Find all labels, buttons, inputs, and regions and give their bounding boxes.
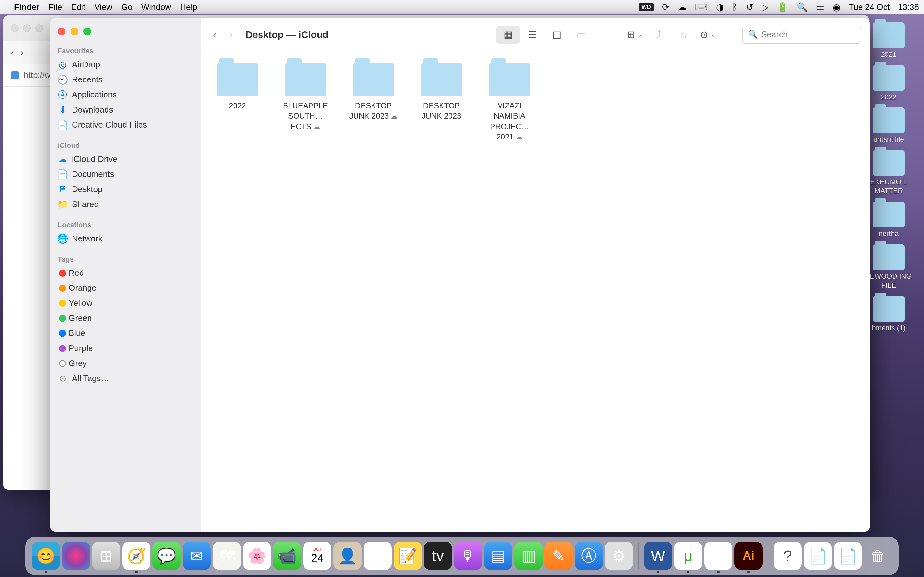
dock-tv-icon[interactable]: tv [424,542,452,570]
siri-icon[interactable]: ◉ [833,2,840,13]
folder-item[interactable]: BLUEAPPLE SOUTH…ECTS☁︎ [278,63,333,142]
dock-contacts-icon[interactable]: 👤 [333,542,362,570]
sidebar-tag-purple[interactable]: Purple [50,341,201,356]
battery-icon[interactable]: 🔋 [777,2,788,13]
search-input[interactable] [761,29,866,39]
group-by-button[interactable]: ⊞⌄ [626,26,644,44]
folder-item[interactable]: DESKTOP JUNK 2023 [414,63,469,142]
sidebar-item-airdrop[interactable]: ◎AirDrop [50,57,201,72]
list-view-button[interactable]: ☰ [520,26,545,44]
dock-calendar-icon[interactable]: OCT24 [303,542,331,570]
gallery-view-button[interactable]: ▭ [569,26,594,44]
sidebar-item-recents[interactable]: 🕘Recents [50,72,201,87]
forward-button[interactable]: › [226,27,236,42]
sidebar-item-downloads[interactable]: ⬇︎Downloads [50,102,201,117]
menubar-time[interactable]: 13:38 [898,2,919,12]
dock-podcasts-icon[interactable]: 🎙 [454,542,482,570]
menu-edit[interactable]: Edit [71,2,86,12]
cloud-download-icon: ☁︎ [313,122,320,132]
dock-appstore-icon[interactable]: Ⓐ [575,542,603,570]
menu-view[interactable]: View [94,2,112,12]
sidebar-tag-grey[interactable]: Grey [50,356,201,371]
dock-chrome-icon[interactable]: ◉ [704,542,732,570]
sidebar-item-shared[interactable]: 📁Shared [50,197,201,212]
dock-messages-icon[interactable]: 💬 [152,542,181,570]
sidebar-tag-blue[interactable]: Blue [50,326,201,341]
dock-reminders-icon[interactable]: ☑︎ [363,542,392,570]
dock-finder-icon[interactable]: 😊 [32,542,60,570]
folder-item[interactable]: DESKTOP JUNK 2023☁︎ [346,63,401,142]
dock-keynote-icon[interactable]: ▤ [484,542,512,570]
sidebar-tag-green[interactable]: Green [50,311,201,326]
dock-mail-icon[interactable]: ✉︎ [183,542,211,570]
zoom-button[interactable] [83,27,91,35]
browser-extension-icon[interactable]: ◑ [716,2,724,13]
tags-button[interactable]: ⌂ [674,26,692,44]
folder-item[interactable]: 2022 [210,63,265,142]
applications-icon: Ⓐ [58,90,67,100]
sidebar-item-documents[interactable]: 📄Documents [50,167,201,182]
dock-facetime-icon[interactable]: 📹 [273,542,301,570]
dock-launchpad-icon[interactable]: ⊞ [92,542,120,570]
folder-item[interactable]: VIZAZI NAMIBIA PROJEC…2021☁︎ [482,63,537,142]
back-button[interactable]: ‹ [210,27,220,42]
menu-help[interactable]: Help [180,2,197,12]
sync-icon[interactable]: ⟳ [662,2,669,13]
close-button[interactable] [58,27,65,35]
search-box[interactable]: 🔍 [742,26,861,44]
menubar-date[interactable]: Tue 24 Oct [849,2,890,12]
sidebar-item-label: All Tags… [72,374,110,384]
keyboard-input-icon[interactable]: ⌨︎ [695,2,708,13]
app-name[interactable]: Finder [14,2,39,12]
browser-traffic-lights[interactable] [11,24,43,32]
wd-drive-icon[interactable]: WD [639,3,654,11]
browser-forward-icon[interactable]: › [21,47,24,58]
finder-toolbar: ‹ › Desktop — iCloud ▦ ☰ ◫ ▭ ⊞⌄ ⤴︎ ⌂ ⊙⌄ … [201,18,870,51]
dock-illustrator-icon[interactable]: Ai [734,542,762,570]
finder-traffic-lights[interactable] [50,24,201,44]
share-button[interactable]: ⤴︎ [650,26,668,44]
dock-recent-doc-icon[interactable]: 📄 [804,542,832,570]
sidebar-item-applications[interactable]: ⒶApplications [50,87,201,102]
dock-pages-icon[interactable]: ✎ [544,542,573,570]
menu-file[interactable]: File [48,2,62,12]
dock-utorrent-icon[interactable]: μ [674,542,702,570]
sidebar-item-network[interactable]: 🌐Network [50,231,201,246]
sidebar-item-creative-cloud[interactable]: 📄Creative Cloud Files [50,117,201,132]
dock-trash-icon[interactable]: 🗑 [864,542,892,570]
action-button[interactable]: ⊙⌄ [699,26,717,44]
dock-numbers-icon[interactable]: ▥ [514,542,543,570]
sidebar-item-label: Shared [72,199,99,210]
now-playing-icon[interactable]: ▷ [762,2,769,13]
column-view-button[interactable]: ◫ [545,26,569,44]
dock-notes-icon[interactable]: 📝 [394,542,422,570]
browser-url[interactable]: http://w [24,70,51,80]
cloud-status-icon[interactable]: ☁︎ [678,2,687,13]
finder-file-grid[interactable]: 2022 BLUEAPPLE SOUTH…ECTS☁︎ DESKTOP JUNK… [201,51,870,532]
dock-siri-icon[interactable] [62,542,90,570]
dock-settings-icon[interactable]: ⚙︎ [605,542,633,570]
dock-safari-icon[interactable]: 🧭 [122,542,150,570]
dock-word-icon[interactable]: W [644,542,672,570]
bluetooth-icon[interactable]: ᛒ [732,2,738,12]
sidebar-tag-orange[interactable]: Orange [50,280,201,295]
time-machine-icon[interactable]: ↺ [746,2,753,13]
minimize-button[interactable] [71,27,78,35]
menu-window[interactable]: Window [142,2,171,12]
sidebar-item-icloud-drive[interactable]: ☁︎iCloud Drive [50,152,201,167]
dock-help-icon[interactable]: ? [774,542,802,570]
tag-dot-icon [59,330,66,337]
sidebar-tag-red[interactable]: Red [50,266,201,280]
icon-view-button[interactable]: ▦ [496,26,520,44]
sidebar-item-all-tags[interactable]: ⊙All Tags… [50,371,201,386]
sidebar-item-desktop[interactable]: 🖥Desktop [50,182,201,197]
control-center-icon[interactable]: ⚌ [816,2,824,13]
dock-maps-icon[interactable]: 🗺 [213,542,241,570]
document-icon: 📄 [58,120,67,130]
browser-back-icon[interactable]: ‹ [11,47,14,58]
spotlight-icon[interactable]: 🔍 [796,2,808,13]
dock-recent-doc-icon[interactable]: 📄 [834,542,862,570]
dock-photos-icon[interactable]: 🌸 [243,542,271,570]
menu-go[interactable]: Go [121,2,132,12]
sidebar-tag-yellow[interactable]: Yellow [50,295,201,311]
